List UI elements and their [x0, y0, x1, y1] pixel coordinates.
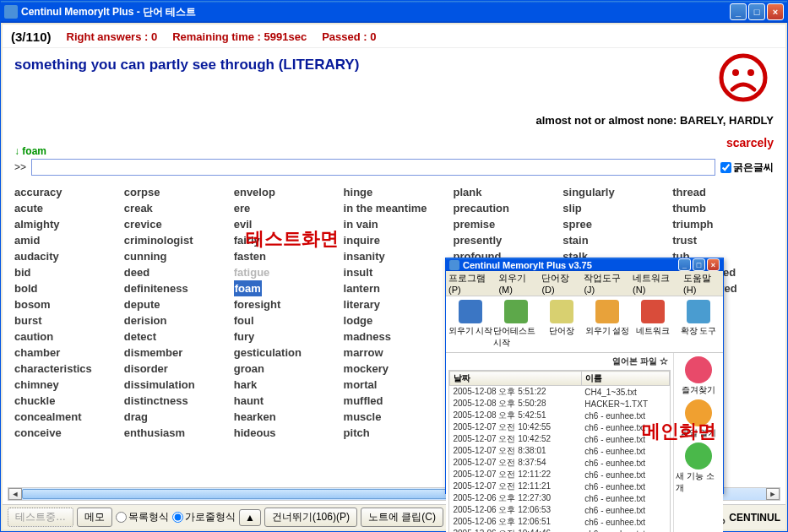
word-item[interactable]: thumb: [672, 200, 774, 216]
popup-tool-button[interactable]: 단어장: [539, 300, 584, 349]
word-item[interactable]: gesticulation: [234, 345, 335, 361]
popup-tool-button[interactable]: 외우기 시작: [448, 300, 493, 349]
recent-file-row[interactable]: 2005-12-08 오후 5:42:51ch6 - eunhee.txt: [450, 410, 670, 421]
word-item[interactable]: spree: [562, 216, 664, 232]
word-item[interactable]: caution: [14, 328, 116, 345]
answer-input[interactable]: [31, 159, 715, 176]
memo-button[interactable]: 메모: [77, 508, 112, 527]
popup-side-button[interactable]: 파일 열기: [681, 399, 717, 439]
word-item[interactable]: fasten: [234, 248, 335, 264]
word-item[interactable]: lodge: [344, 312, 445, 328]
word-item[interactable]: accuracy: [14, 184, 116, 200]
word-item[interactable]: premise: [453, 216, 554, 232]
word-item[interactable]: distinctness: [124, 393, 226, 409]
popup-tool-button[interactable]: 네트워크: [630, 300, 676, 349]
word-item[interactable]: conceive: [14, 425, 116, 441]
popup-tool-button[interactable]: 단어테스트 시작: [493, 300, 539, 349]
clip-note-button[interactable]: 노트에 클립(C): [361, 508, 443, 527]
popup-titlebar[interactable]: Centinul MemoryIt Plus v3.75 _ □ ×: [446, 258, 723, 271]
word-item[interactable]: cunning: [124, 248, 226, 264]
popup-menu-item[interactable]: 프로그램(P): [448, 272, 493, 295]
word-item[interactable]: almighty: [14, 216, 116, 232]
word-item[interactable]: amid: [14, 232, 116, 248]
word-item[interactable]: evil: [234, 216, 335, 232]
word-item[interactable]: burst: [14, 312, 116, 328]
word-item[interactable]: crevice: [124, 216, 226, 232]
col-name[interactable]: 이름: [581, 372, 669, 386]
word-item[interactable]: bid: [14, 264, 116, 280]
word-item[interactable]: chuckle: [14, 393, 116, 409]
recent-file-row[interactable]: 2005-12-08 오후 5:50:28HACKER~1.TXT: [450, 398, 670, 410]
word-item[interactable]: mockery: [344, 361, 445, 377]
word-item-selected[interactable]: foam: [234, 280, 262, 296]
word-item[interactable]: disorder: [124, 361, 226, 377]
word-item[interactable]: deed: [124, 264, 226, 280]
word-item[interactable]: creak: [124, 200, 226, 216]
word-item[interactable]: fairly: [234, 232, 335, 248]
word-item[interactable]: slip: [562, 200, 664, 216]
popup-maximize-button[interactable]: □: [693, 258, 705, 271]
word-item[interactable]: depute: [124, 296, 226, 312]
word-item[interactable]: foresight: [234, 296, 335, 312]
word-item[interactable]: muscle: [344, 409, 445, 425]
word-item[interactable]: madness: [344, 328, 445, 345]
recent-file-row[interactable]: 2005-12-07 오전 10:42:52ch6 - eunhee.txt: [450, 433, 670, 445]
word-item[interactable]: bosom: [14, 296, 116, 312]
recent-file-row[interactable]: 2005-12-07 오전 12:11:22ch6 - eunhee.txt: [450, 469, 670, 480]
word-item[interactable]: bold: [14, 280, 116, 296]
word-item[interactable]: groan: [234, 361, 335, 377]
popup-close-button[interactable]: ×: [707, 258, 720, 271]
recent-file-row[interactable]: 2005-12-07 오전 12:11:21ch6 - eunhee.txt: [450, 480, 670, 492]
word-item[interactable]: chimney: [14, 377, 116, 393]
word-item[interactable]: literary: [344, 296, 445, 312]
popup-side-button[interactable]: 새 기능 소개: [676, 442, 721, 494]
word-item[interactable]: hearken: [234, 409, 335, 425]
close-button[interactable]: ×: [767, 3, 784, 20]
popup-menu-item[interactable]: 외우기(M): [498, 272, 536, 295]
popup-side-button[interactable]: 즐겨찾기: [682, 356, 715, 396]
minimize-button[interactable]: _: [730, 3, 747, 20]
word-item[interactable]: concealment: [14, 409, 116, 425]
word-item[interactable]: dismember: [124, 345, 226, 361]
word-item[interactable]: envelop: [234, 184, 335, 200]
skip-button[interactable]: 건너뛰기(106)(P): [264, 508, 357, 527]
word-item[interactable]: dissimulation: [124, 377, 226, 393]
word-item[interactable]: corpse: [124, 184, 226, 200]
popup-tool-button[interactable]: 확장 도구: [676, 300, 721, 349]
recent-file-row[interactable]: 2005-12-07 오전 10:42:55ch6 - eunhee.txt: [450, 421, 670, 433]
word-item[interactable]: detect: [124, 328, 226, 345]
bold-checkbox-label[interactable]: 굵은글씨: [720, 160, 774, 175]
recent-file-row[interactable]: 2005-12-07 오전 8:37:54ch6 - eunhee.txt: [450, 457, 670, 469]
row-format-radio[interactable]: 가로줄형식: [172, 510, 236, 524]
col-date[interactable]: 날짜: [450, 372, 582, 386]
word-item[interactable]: enthusiasm: [124, 425, 226, 441]
scroll-left-arrow[interactable]: ◄: [8, 488, 22, 500]
word-item[interactable]: insanity: [344, 248, 445, 264]
word-item[interactable]: lantern: [344, 280, 445, 296]
word-item[interactable]: definiteness: [124, 280, 226, 296]
recent-file-row[interactable]: 2005-12-06 오후 12:27:30ch6 - eunhee.txt: [450, 492, 670, 504]
word-item[interactable]: criminologist: [124, 232, 226, 248]
word-item[interactable]: plank: [453, 184, 554, 200]
popup-menu-item[interactable]: 네트워크(N): [633, 272, 678, 295]
word-item[interactable]: drag: [124, 409, 226, 425]
maximize-button[interactable]: □: [748, 3, 765, 20]
word-item[interactable]: hinge: [344, 184, 445, 200]
word-item[interactable]: pitch: [344, 425, 445, 441]
word-item[interactable]: presently: [453, 232, 554, 248]
word-item[interactable]: fury: [234, 328, 335, 345]
popup-menu-item[interactable]: 도움말(H): [683, 272, 720, 295]
word-item[interactable]: hideous: [234, 425, 335, 441]
word-item[interactable]: in vain: [344, 216, 445, 232]
word-item[interactable]: chamber: [14, 345, 116, 361]
recent-file-row[interactable]: 2005-12-07 오전 8:38:01ch6 - eunhee.txt: [450, 445, 670, 457]
up-button[interactable]: ▲: [239, 509, 261, 526]
word-item[interactable]: triumph: [672, 216, 774, 232]
word-item[interactable]: hark: [234, 377, 335, 393]
recent-files-table[interactable]: 날짜 이름 2005-12-08 오후 5:51:22CH4_1~35.txt2…: [448, 370, 671, 532]
recent-file-row[interactable]: 2005-12-06 오전 10:44:46ch6 - eunhee.txt: [450, 528, 670, 532]
word-item[interactable]: stain: [562, 232, 664, 248]
word-item[interactable]: thread: [672, 184, 774, 200]
word-item[interactable]: audacity: [14, 248, 116, 264]
word-item[interactable]: characteristics: [14, 361, 116, 377]
